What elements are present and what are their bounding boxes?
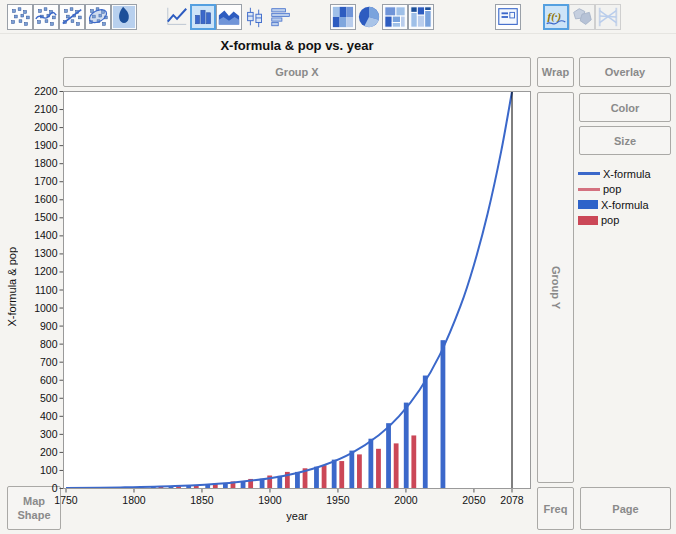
- bar-pop[interactable]: [376, 449, 381, 489]
- element-type-toolbar: f(·): [0, 0, 676, 34]
- drop-zone-group-x-label: Group X: [275, 66, 318, 78]
- bar-x-formula[interactable]: [441, 340, 446, 488]
- histogram-icon[interactable]: [268, 4, 294, 30]
- map-shapes-icon: [569, 4, 595, 30]
- y-tick-label: 100: [40, 464, 58, 476]
- bar-x-formula[interactable]: [404, 403, 409, 489]
- area-icon[interactable]: [216, 4, 242, 30]
- bar-x-formula[interactable]: [368, 439, 373, 489]
- bar-x-formula[interactable]: [349, 451, 354, 489]
- y-tick-label: 800: [40, 338, 58, 350]
- drop-zone-overlay-label: Overlay: [605, 66, 645, 78]
- y-tick-label: 500: [40, 392, 58, 404]
- pie-icon[interactable]: [356, 4, 382, 30]
- contour-icon[interactable]: [111, 4, 137, 30]
- drop-zone-wrap-label: Wrap: [542, 66, 569, 78]
- y-tick-label: 1800: [34, 157, 58, 169]
- drop-zone-wrap[interactable]: Wrap: [537, 57, 574, 87]
- x-tick-label: 2000: [394, 494, 418, 506]
- bar-pop[interactable]: [339, 461, 344, 488]
- parallel-plot-icon: [595, 4, 621, 30]
- bar-pop[interactable]: [411, 435, 416, 488]
- y-tick-label: 200: [40, 446, 58, 458]
- x-tick-label: 1750: [54, 494, 78, 506]
- y-tick-label: 600: [40, 374, 58, 386]
- line-icon[interactable]: [164, 4, 190, 30]
- y-tick-label: 1400: [34, 229, 58, 241]
- line-of-fit-icon[interactable]: [59, 4, 85, 30]
- bar-x-formula[interactable]: [332, 460, 337, 489]
- y-tick-label: 900: [40, 320, 58, 332]
- heatmap-icon[interactable]: [330, 4, 356, 30]
- y-tick-label: 2000: [34, 121, 58, 133]
- chart-canvas: 0100200300400500600700800900100011001200…: [0, 85, 676, 534]
- treemap-icon[interactable]: [382, 4, 408, 30]
- y-tick-label: 2100: [34, 103, 58, 115]
- y-tick-label: 400: [40, 410, 58, 422]
- x-tick-label: 1900: [258, 494, 282, 506]
- bar-x-formula[interactable]: [423, 376, 428, 489]
- bar-icon[interactable]: [190, 4, 216, 30]
- bar-pop[interactable]: [322, 465, 327, 488]
- x-tick-label: 2078: [500, 494, 524, 506]
- y-tick-label: 0: [52, 482, 58, 494]
- graph-builder-window: f(·) X-formula & pop vs. year Group X Wr…: [0, 0, 676, 534]
- bar-pop[interactable]: [394, 443, 399, 488]
- drop-zone-overlay[interactable]: Overlay: [579, 57, 671, 87]
- smoother-icon[interactable]: [33, 4, 59, 30]
- y-tick-label: 300: [40, 428, 58, 440]
- plot-area[interactable]: [64, 92, 531, 489]
- y-tick-label: 2200: [34, 85, 58, 97]
- bar-x-formula[interactable]: [314, 467, 319, 489]
- ellipse-icon[interactable]: [85, 4, 111, 30]
- box-plot-icon[interactable]: [242, 4, 268, 30]
- y-tick-label: 1600: [34, 193, 58, 205]
- y-tick-label: 1300: [34, 247, 58, 259]
- x-tick-label: 1800: [122, 494, 146, 506]
- x-tick-label: 1950: [326, 494, 350, 506]
- bar-pop[interactable]: [357, 454, 362, 488]
- y-tick-label: 1100: [35, 284, 58, 296]
- x-axis-title: year: [286, 510, 308, 522]
- mosaic-icon[interactable]: [408, 4, 434, 30]
- y-tick-label: 1200: [34, 265, 58, 277]
- x-tick-label: 1850: [190, 494, 214, 506]
- caption-box-icon[interactable]: [495, 4, 521, 30]
- y-tick-label: 1500: [34, 211, 58, 223]
- drop-zone-group-x[interactable]: Group X: [63, 57, 531, 87]
- y-tick-label: 1700: [34, 175, 58, 187]
- y-tick-label: 700: [40, 356, 58, 368]
- x-tick-label: 2050: [462, 494, 486, 506]
- y-tick-label: 1900: [34, 139, 58, 151]
- page-title: X-formula & pop vs. year: [63, 38, 531, 53]
- bar-x-formula[interactable]: [295, 472, 300, 489]
- bar-x-formula[interactable]: [386, 423, 391, 488]
- y-tick-label: 1000: [34, 302, 58, 314]
- points-icon[interactable]: [7, 4, 33, 30]
- formula-icon[interactable]: f(·): [543, 4, 569, 30]
